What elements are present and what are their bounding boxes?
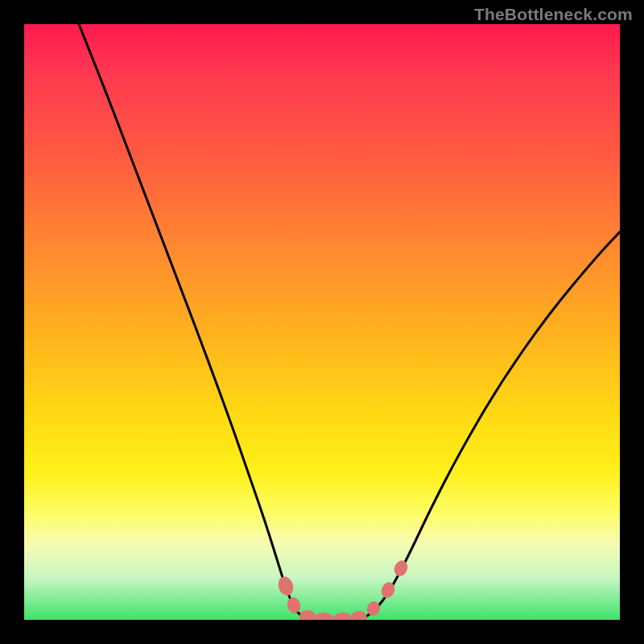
curve-marker [286,597,302,615]
curve-marker [392,559,411,579]
curve-marker [299,610,316,620]
chart-frame: TheBottleneck.com [0,0,644,644]
curve-marker [314,613,333,620]
curve-marker [350,610,367,620]
chart-svg [24,24,620,620]
curve-marker [333,613,353,620]
bottleneck-curve [79,24,620,620]
plot-area [24,24,620,620]
watermark-text: TheBottleneck.com [474,5,633,24]
curve-marker [276,575,296,597]
